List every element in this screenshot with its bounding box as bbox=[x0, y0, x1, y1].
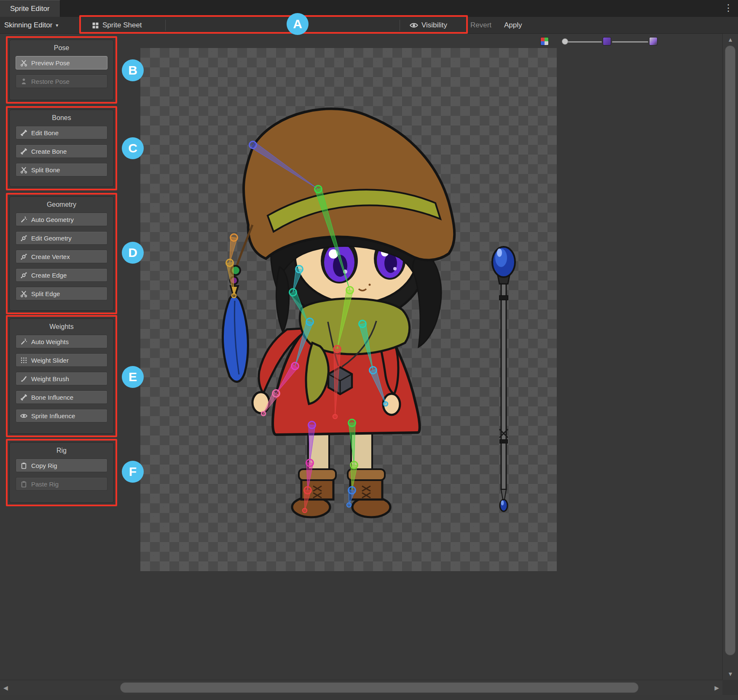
sprite-sheet-label: Sprite Sheet bbox=[102, 21, 142, 29]
scroll-down-arrow[interactable]: ▼ bbox=[727, 671, 733, 677]
panel-title: Geometry bbox=[16, 199, 107, 213]
title-bar: Sprite Editor ⋮ bbox=[0, 0, 738, 17]
split-bone-icon bbox=[20, 166, 27, 174]
weight-slider-icon bbox=[20, 357, 27, 364]
vertical-scrollbar[interactable]: ▲ ▼ bbox=[722, 34, 738, 680]
create-bone-icon bbox=[20, 148, 27, 155]
callout-a: A bbox=[287, 13, 309, 35]
edit-bone-icon bbox=[20, 129, 27, 136]
restore-pose-button[interactable]: Restore Pose bbox=[16, 75, 107, 88]
edit-bone-button[interactable]: Edit Bone bbox=[16, 126, 107, 139]
button-label: Create Edge bbox=[31, 272, 67, 279]
split-edge-button[interactable]: Split Edge bbox=[16, 287, 107, 300]
edit-geometry-button[interactable]: Edit Geometry bbox=[16, 231, 107, 245]
create-edge-icon bbox=[20, 272, 27, 279]
panel-title: Weights bbox=[16, 321, 107, 335]
button-label: Bone Influence bbox=[31, 394, 73, 401]
button-label: Edit Geometry bbox=[31, 235, 72, 242]
restore-pose-icon bbox=[20, 78, 27, 85]
panel-title: Pose bbox=[16, 43, 107, 56]
create-edge-button[interactable]: Create Edge bbox=[16, 268, 107, 282]
mode-dropdown[interactable]: Skinning Editor ▾ bbox=[4, 17, 58, 34]
weight-slider-button[interactable]: Weight Slider bbox=[16, 353, 107, 367]
button-label: Edit Bone bbox=[31, 129, 59, 136]
sprite-sheet-button[interactable]: Sprite Sheet bbox=[92, 17, 142, 34]
create-bone-button[interactable]: Create Bone bbox=[16, 144, 107, 158]
toolbar-separator bbox=[165, 20, 166, 31]
button-label: Auto Weights bbox=[31, 338, 69, 345]
scroll-up-arrow[interactable]: ▲ bbox=[727, 36, 733, 43]
button-label: Restore Pose bbox=[31, 78, 70, 85]
callout-b: B bbox=[122, 59, 144, 81]
edit-geometry-icon bbox=[20, 235, 27, 242]
copy-rig-button[interactable]: Copy Rig bbox=[16, 459, 107, 472]
skinning-toolbar: Skinning Editor ▾ Sprite Sheet Visibilit… bbox=[0, 17, 738, 34]
vertical-scrollbar-thumb[interactable] bbox=[725, 45, 735, 655]
window-menu-icon[interactable]: ⋮ bbox=[724, 3, 733, 13]
character-sprite bbox=[140, 48, 557, 571]
geometry-panel: Geometry Auto Geometry Edit Geometry Cre… bbox=[9, 196, 114, 311]
button-label: Weight Slider bbox=[31, 357, 69, 364]
callout-d: D bbox=[122, 242, 144, 264]
rgb-channels-icon[interactable] bbox=[540, 37, 549, 45]
bone-influence-icon bbox=[20, 394, 27, 401]
split-bone-button[interactable]: Split Bone bbox=[16, 163, 107, 176]
panel-title: Rig bbox=[16, 445, 107, 459]
preview-pose-icon bbox=[20, 59, 27, 67]
pose-group: Pose Preview Pose Restore Pose bbox=[6, 36, 117, 104]
geometry-group: Geometry Auto Geometry Edit Geometry Cre… bbox=[6, 193, 117, 314]
paste-rig-icon bbox=[20, 481, 27, 488]
weights-group: Weights Auto Weights Weight Slider Weigh… bbox=[6, 315, 117, 437]
button-label: Copy Rig bbox=[31, 462, 57, 469]
apply-button[interactable]: Apply bbox=[504, 17, 522, 34]
auto-geometry-button[interactable]: Auto Geometry bbox=[16, 213, 107, 226]
button-label: Create Bone bbox=[31, 148, 67, 155]
zoom-slider-track[interactable] bbox=[563, 41, 602, 43]
sprite-canvas[interactable] bbox=[140, 48, 557, 571]
panel-title: Bones bbox=[16, 112, 107, 126]
pose-panel: Pose Preview Pose Restore Pose bbox=[9, 40, 114, 100]
callout-e: E bbox=[122, 366, 144, 388]
auto-geometry-icon bbox=[20, 216, 27, 223]
weight-brush-icon bbox=[20, 375, 27, 382]
weights-panel: Weights Auto Weights Weight Slider Weigh… bbox=[9, 318, 114, 434]
toolbar-separator bbox=[400, 20, 400, 31]
texture-icon[interactable] bbox=[603, 37, 611, 45]
callout-c: C bbox=[122, 137, 144, 159]
copy-rig-icon bbox=[20, 462, 27, 469]
auto-weights-button[interactable]: Auto Weights bbox=[16, 335, 107, 348]
tab-label: Sprite Editor bbox=[10, 5, 50, 13]
tab-sprite-editor[interactable]: Sprite Editor bbox=[0, 0, 60, 17]
eye-icon bbox=[410, 21, 418, 29]
preview-pose-button[interactable]: Preview Pose bbox=[16, 56, 107, 69]
button-label: Split Edge bbox=[31, 290, 60, 297]
zoom-slider-knob[interactable] bbox=[562, 38, 568, 45]
button-label: Paste Rig bbox=[31, 481, 59, 488]
button-label: Sprite Influence bbox=[31, 412, 75, 419]
visibility-toggle[interactable]: Visibility bbox=[410, 17, 447, 34]
horizontal-scrollbar[interactable]: ◀ ▶ bbox=[0, 680, 722, 695]
create-vertex-icon bbox=[20, 253, 27, 260]
alpha-slider-track[interactable] bbox=[612, 41, 648, 43]
button-label: Preview Pose bbox=[31, 59, 70, 67]
staff-graphic bbox=[492, 247, 515, 511]
button-label: Split Bone bbox=[31, 166, 60, 174]
horizontal-scrollbar-thumb[interactable] bbox=[120, 682, 639, 693]
auto-weights-icon bbox=[20, 338, 27, 345]
scroll-left-arrow[interactable]: ◀ bbox=[3, 684, 8, 691]
button-label: Create Vertex bbox=[31, 253, 70, 260]
weight-brush-button[interactable]: Weight Brush bbox=[16, 372, 107, 385]
sprite-influence-button[interactable]: Sprite Influence bbox=[16, 409, 107, 422]
create-vertex-button[interactable]: Create Vertex bbox=[16, 250, 107, 263]
button-label: Auto Geometry bbox=[31, 216, 74, 223]
gradient-icon[interactable] bbox=[649, 37, 657, 45]
rig-group: Rig Copy Rig Paste Rig bbox=[6, 439, 117, 506]
rig-panel: Rig Copy Rig Paste Rig bbox=[9, 442, 114, 503]
revert-button[interactable]: Revert bbox=[470, 17, 491, 34]
scroll-right-arrow[interactable]: ▶ bbox=[714, 684, 719, 691]
bones-group: Bones Edit Bone Create Bone Split Bone bbox=[6, 106, 117, 190]
chevron-down-icon: ▾ bbox=[56, 22, 58, 28]
character-graphic bbox=[223, 109, 455, 517]
bone-influence-button[interactable]: Bone Influence bbox=[16, 390, 107, 404]
paste-rig-button[interactable]: Paste Rig bbox=[16, 477, 107, 491]
